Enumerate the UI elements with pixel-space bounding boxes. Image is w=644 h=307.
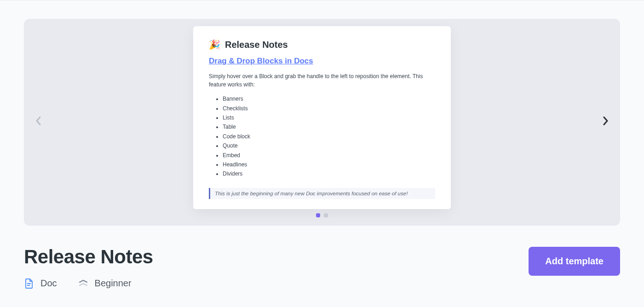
list-item: Banners: [223, 94, 435, 103]
preview-description: Simply hover over a Block and grab the h…: [209, 72, 435, 89]
meta-level: Beginner: [78, 278, 132, 289]
level-icon: [78, 279, 88, 289]
template-preview-card: 🎉 Release Notes Drag & Drop Blocks in Do…: [193, 26, 451, 209]
preview-feature-link[interactable]: Drag & Drop Blocks in Docs: [209, 57, 313, 66]
list-item: Quote: [223, 141, 435, 150]
list-item: Code block: [223, 132, 435, 141]
list-item: Lists: [223, 113, 435, 122]
meta-type: Doc: [24, 278, 57, 289]
preview-header: 🎉 Release Notes: [209, 39, 435, 50]
list-item: Dividers: [223, 169, 435, 178]
list-item: Headlines: [223, 160, 435, 169]
carousel-prev-button[interactable]: [30, 114, 47, 131]
carousel-pagination: [316, 213, 328, 217]
list-item: Checklists: [223, 104, 435, 113]
page-title: Release Notes: [24, 246, 153, 268]
title-block: Release Notes Doc Beginner: [24, 246, 153, 289]
chevron-right-icon: [602, 116, 609, 129]
chevron-left-icon: [35, 116, 42, 129]
add-template-button[interactable]: Add template: [529, 247, 620, 276]
party-popper-icon: 🎉: [209, 39, 220, 50]
carousel-dot-2[interactable]: [324, 213, 328, 217]
template-header-row: Release Notes Doc Beginner Add template: [24, 246, 620, 289]
list-item: Table: [223, 122, 435, 131]
doc-icon: [24, 279, 34, 289]
meta-row: Doc Beginner: [24, 278, 153, 289]
preview-feature-list: Banners Checklists Lists Table Code bloc…: [209, 94, 435, 179]
list-item: Embed: [223, 151, 435, 160]
meta-level-label: Beginner: [95, 278, 132, 289]
carousel-next-button[interactable]: [597, 114, 614, 131]
carousel-dot-1[interactable]: [316, 213, 320, 217]
preview-title: Release Notes: [225, 40, 288, 50]
preview-note: This is just the beginning of many new D…: [209, 188, 435, 199]
meta-type-label: Doc: [40, 278, 57, 289]
template-detail-page: 🎉 Release Notes Drag & Drop Blocks in Do…: [0, 0, 644, 289]
preview-carousel: 🎉 Release Notes Drag & Drop Blocks in Do…: [24, 19, 620, 226]
